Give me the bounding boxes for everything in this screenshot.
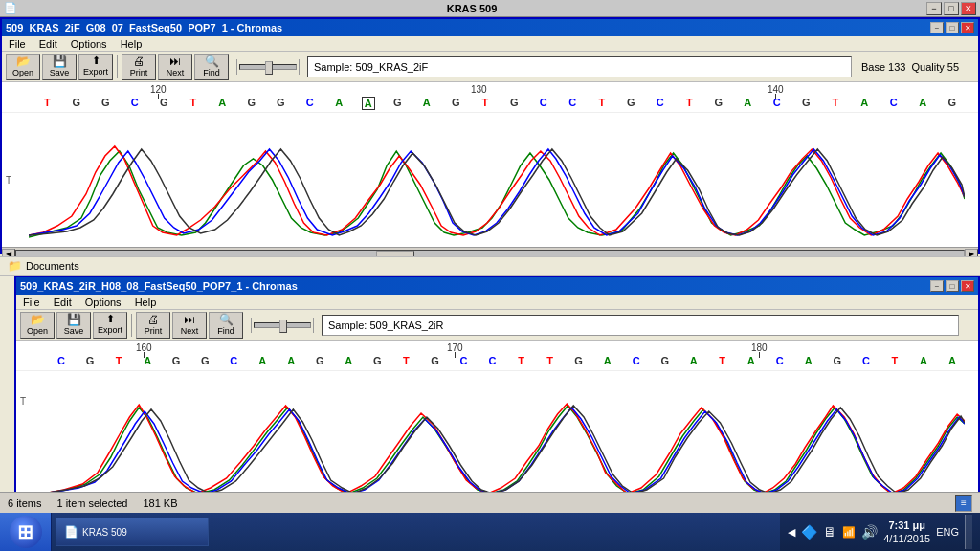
- start-orb: ⊞: [10, 516, 42, 548]
- base-char: T: [479, 97, 492, 108]
- base-char: C: [654, 97, 667, 108]
- tray-volume[interactable]: 🔊: [861, 524, 878, 540]
- save-btn[interactable]: 💾 Save: [42, 54, 77, 80]
- open-btn-2[interactable]: 📂 Open: [20, 312, 55, 339]
- menu2-options[interactable]: Options: [82, 297, 124, 308]
- toolbar-sep1: [117, 55, 118, 78]
- menu-file[interactable]: File: [6, 38, 29, 50]
- base-char: G: [370, 355, 384, 366]
- minimize-btn[interactable]: −: [926, 2, 942, 15]
- app-title: KRAS 509: [447, 3, 498, 14]
- base-char: C: [227, 355, 240, 366]
- tray-hp: 🔷: [801, 524, 817, 540]
- clock-display[interactable]: 7:31 μμ 4/11/2015: [883, 518, 930, 546]
- base-char: T: [682, 97, 696, 108]
- tray-show-desktop[interactable]: [965, 515, 972, 549]
- sample-label-1: Sample: 509_KRAS_2iF: [314, 61, 428, 73]
- menu2-file[interactable]: File: [20, 297, 43, 308]
- side-label-2: T: [20, 396, 26, 407]
- next-btn[interactable]: ⏭ Next: [158, 54, 192, 80]
- base-char: G: [157, 97, 170, 108]
- chroma-svg-2: [43, 371, 965, 496]
- base-char: T: [595, 97, 609, 108]
- base-char: G: [274, 97, 287, 108]
- task-btn-kras[interactable]: 📄 KRAS 509: [56, 518, 209, 546]
- content-area: 509_KRAS_2iF_G08_07_FastSeq50_POP7_1 - C…: [0, 17, 980, 513]
- find-btn-2[interactable]: 🔍 Find: [209, 312, 243, 339]
- print-btn-2[interactable]: 🖨 Print: [136, 312, 170, 339]
- zoom-slider[interactable]: [236, 59, 300, 75]
- base-char: A: [745, 355, 758, 366]
- base-char: C: [55, 355, 68, 366]
- open-btn[interactable]: 📂 Open: [6, 54, 40, 80]
- status-size: 181 KB: [143, 497, 177, 509]
- tray-network: 📶: [842, 526, 856, 539]
- base-char: A: [420, 97, 434, 108]
- win1-title: 509_KRAS_2iF_G08_07_FastSeq50_POP7_1 - C…: [6, 22, 282, 33]
- base-char: C: [303, 97, 317, 108]
- base-char: G: [658, 355, 672, 366]
- base-char: T: [187, 97, 200, 108]
- win2-toolbar: 📂 Open 💾 Save ⬆ Export 🖨 Print ⏭: [16, 310, 978, 341]
- documents-label: Documents: [26, 260, 79, 272]
- base-char: A: [858, 97, 871, 108]
- win2-min[interactable]: −: [930, 280, 944, 292]
- base-char: A: [362, 97, 375, 110]
- menu-options[interactable]: Options: [68, 38, 110, 50]
- base-char: G: [70, 97, 83, 108]
- base-char: G: [198, 355, 212, 366]
- base-char: G: [449, 97, 462, 108]
- base-char: A: [917, 355, 930, 366]
- base-char: A: [802, 355, 815, 366]
- base-char: G: [390, 97, 404, 108]
- win2-menu: File Edit Options Help: [16, 295, 978, 310]
- menu-edit[interactable]: Edit: [36, 38, 60, 50]
- base-char: G: [946, 97, 959, 108]
- export-btn[interactable]: ⬆ Export: [78, 54, 113, 80]
- base-char: A: [946, 355, 959, 366]
- save-btn-2[interactable]: 💾 Save: [56, 312, 91, 339]
- sequence-row-1: TGGCGTAGGCAAGAGTGCCTGCTGACGTACAG: [31, 97, 965, 112]
- base-char: G: [712, 97, 725, 108]
- base-char: G: [428, 355, 441, 366]
- base-char: C: [128, 97, 142, 108]
- base-char: G: [169, 355, 183, 366]
- maximize-btn[interactable]: □: [944, 2, 959, 15]
- base-char: C: [630, 355, 643, 366]
- base-char: C: [773, 355, 787, 366]
- win2-close[interactable]: ✕: [961, 280, 974, 292]
- base-char: C: [485, 355, 499, 366]
- tray-arrow[interactable]: ◀: [788, 526, 795, 539]
- base-char: T: [112, 355, 125, 366]
- sample-label-2: Sample: 509_KRAS_2iR: [328, 320, 443, 331]
- close-btn[interactable]: ✕: [961, 2, 976, 15]
- export-btn-2[interactable]: ⬆ Export: [93, 312, 127, 339]
- menu2-help[interactable]: Help: [132, 297, 160, 308]
- sample-bar-2: Sample: 509_KRAS_2iR: [322, 315, 959, 336]
- menu-help[interactable]: Help: [118, 38, 145, 50]
- base-char: C: [770, 97, 784, 108]
- base-char: T: [888, 355, 902, 366]
- win1-seq-area: 120 130 140 TGGCGTAGGCAAGAGTGCCTGCTGACGT…: [2, 82, 978, 113]
- win2-max[interactable]: □: [946, 280, 959, 292]
- base-char: T: [515, 355, 528, 366]
- start-button[interactable]: ⊞: [0, 513, 52, 551]
- win1-toolbar: 📂 Open 💾 Save ⬆ Export 🖨 Print ⏭: [2, 52, 978, 82]
- base-char: A: [601, 355, 614, 366]
- base-char: G: [831, 355, 844, 366]
- base-char: C: [859, 355, 873, 366]
- print-btn[interactable]: 🖨 Print: [122, 54, 156, 80]
- win1-title-bar: 509_KRAS_2iF_G08_07_FastSeq50_POP7_1 - C…: [2, 19, 978, 36]
- win1-max[interactable]: □: [946, 22, 959, 33]
- menu2-edit[interactable]: Edit: [51, 297, 75, 308]
- status-selected: 1 item selected: [56, 497, 127, 509]
- find-btn[interactable]: 🔍 Find: [194, 54, 229, 80]
- zoom-slider-2[interactable]: [251, 318, 314, 333]
- next-btn-2[interactable]: ⏭ Next: [172, 312, 207, 339]
- clock-time: 7:31 μμ: [883, 518, 930, 532]
- status-bar: 6 items 1 item selected 181 KB ≡: [0, 492, 980, 513]
- win1-min[interactable]: −: [930, 22, 944, 33]
- win2-title: 509_KRAS_2iR_H08_08_FastSeq50_POP7_1 - C…: [20, 280, 298, 292]
- chroma-svg-1: [29, 113, 965, 247]
- win1-close[interactable]: ✕: [961, 22, 974, 33]
